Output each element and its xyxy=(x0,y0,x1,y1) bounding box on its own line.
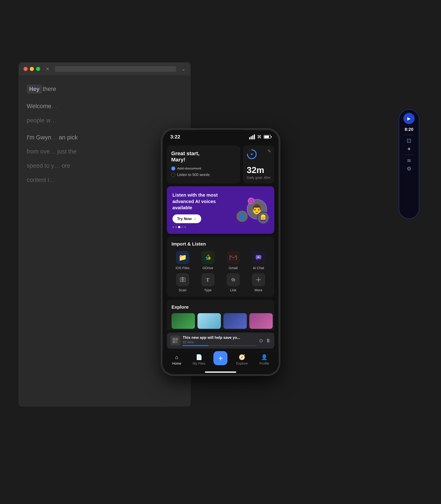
nav-explore[interactable]: 🧭 Explore xyxy=(234,354,250,366)
mini-qr-icon xyxy=(172,337,178,344)
banner-dot-1 xyxy=(173,226,174,228)
import-ios-files[interactable]: 📁 iOS Files xyxy=(172,251,194,270)
nav-home[interactable]: ⌂ Home xyxy=(169,354,185,366)
browser-dot-red[interactable] xyxy=(24,67,28,71)
import-type[interactable]: T Type xyxy=(197,273,219,292)
mini-player-controls: ⊙ ⏸ xyxy=(259,337,271,344)
banner-dots xyxy=(173,226,222,228)
import-listen-grid: 📁 iOS Files xyxy=(172,251,269,292)
phone-scroll-content[interactable]: Great start, Mary! Add document Listen t… xyxy=(162,142,279,330)
great-start-card: Great start, Mary! Add document Listen t… xyxy=(167,146,240,184)
mini-player[interactable]: This new app will help save yo... 22 min… xyxy=(167,333,274,349)
scan-label: Scan xyxy=(179,288,186,292)
gdrive-icon xyxy=(205,254,211,261)
import-gdrive[interactable]: GDrive xyxy=(197,251,219,270)
explore-thumb-4[interactable] xyxy=(249,313,273,329)
banner-try-now-button[interactable]: Try Now → xyxy=(173,214,201,223)
mini-player-duration: 22 mins xyxy=(183,340,257,344)
svg-point-3 xyxy=(251,154,252,155)
gmail-label: Gmail xyxy=(229,266,237,270)
type-label: Type xyxy=(204,288,212,292)
avatar-small1: 👤 xyxy=(236,210,248,222)
player-waveform-icon[interactable]: ≋ xyxy=(407,158,411,163)
link-icon xyxy=(230,276,237,283)
avatar-small2-face: 👱‍♀️ xyxy=(259,215,267,221)
import-scan[interactable]: Scan xyxy=(172,273,194,292)
ios-files-label: iOS Files xyxy=(176,266,189,270)
headphone-badge: 🎧 xyxy=(248,198,255,204)
home-indicator xyxy=(205,371,236,373)
mini-player-pause-icon[interactable]: ⏸ xyxy=(266,337,271,344)
nav-my-files[interactable]: 📄 My Files xyxy=(191,354,207,366)
timer-value: 32m xyxy=(247,165,270,175)
explore-title: Explore xyxy=(172,304,269,310)
home-icon: ⌂ xyxy=(175,354,178,360)
nav-add-button[interactable]: + xyxy=(213,351,227,365)
banner-dot-3-active xyxy=(178,226,180,228)
gmail-icon-box xyxy=(227,251,240,264)
import-gmail[interactable]: Gmail xyxy=(222,251,244,270)
banner-title: Listen with the most advanced AI voices … xyxy=(173,192,222,211)
more-label: More xyxy=(254,288,262,292)
scan-icon-box xyxy=(176,273,189,286)
scan-icon xyxy=(179,276,186,283)
phone-screen: 3:22 ⌘ xyxy=(161,129,280,376)
player-settings-icon[interactable]: ⚙ xyxy=(407,166,411,171)
my-files-label: My Files xyxy=(193,361,205,366)
browser-para4: from ove… just the xyxy=(27,147,183,156)
mini-player-progress xyxy=(183,345,257,346)
browser-dot-yellow[interactable] xyxy=(30,67,34,71)
import-more[interactable]: More xyxy=(247,273,269,292)
browser-addressbar[interactable] xyxy=(55,66,176,72)
player-add-icon[interactable]: ✦ xyxy=(407,146,411,152)
svg-point-10 xyxy=(182,279,183,280)
wifi-icon: ⌘ xyxy=(257,134,262,139)
browser-para6: content i… xyxy=(27,175,183,185)
mini-player-progress-fill xyxy=(183,345,209,346)
ai-chat-label: Ai Chat xyxy=(253,266,264,270)
browser-chevron-icon: ⌄ xyxy=(181,66,186,72)
explore-thumb-3[interactable] xyxy=(223,313,247,329)
explore-section: Explore xyxy=(167,300,274,330)
task-item-1[interactable]: Add document xyxy=(171,166,236,171)
explore-thumb-2[interactable] xyxy=(197,313,221,329)
browser-para2: people w… xyxy=(27,116,183,125)
mini-player-airplay-icon[interactable]: ⊙ xyxy=(259,338,263,343)
type-icon: T xyxy=(205,276,211,283)
banner-dot-4 xyxy=(182,226,183,228)
avatar-small1-face: 👤 xyxy=(238,213,246,219)
status-time: 3:22 xyxy=(170,134,180,140)
player-screenshot-icon[interactable]: ⊡ xyxy=(407,138,411,143)
svg-rect-21 xyxy=(173,341,174,343)
link-icon-box xyxy=(227,273,240,286)
profile-label: Profile xyxy=(259,361,269,366)
task-item-2[interactable]: Listen to 500 words xyxy=(171,172,236,177)
more-icon-box xyxy=(252,273,265,286)
more-icon xyxy=(255,276,262,283)
browser-hey-box: Hey xyxy=(27,84,42,94)
banner-dot-5 xyxy=(184,226,186,228)
bottom-navigation: ⌂ Home 📄 My Files + 🧭 Explore 👤 Profile xyxy=(162,351,279,371)
gdrive-icon-box xyxy=(201,251,215,264)
player-play-button[interactable]: ▶ xyxy=(403,113,415,124)
nav-profile[interactable]: 👤 Profile xyxy=(256,354,272,366)
import-ai-chat[interactable]: Ai Ai Chat xyxy=(247,251,269,270)
top-cards-row: Great start, Mary! Add document Listen t… xyxy=(167,146,274,184)
svg-rect-19 xyxy=(176,338,177,340)
my-files-icon: 📄 xyxy=(196,354,202,360)
avatar-small2: 👱‍♀️ xyxy=(257,212,269,224)
desktop-background: ✕ ⌄ Hey there Welcome… people w… I'm Gwy… xyxy=(0,0,441,504)
add-icon: + xyxy=(218,354,223,363)
battery-fill xyxy=(264,136,269,138)
signal-bar-3 xyxy=(252,135,253,139)
banner-text: Listen with the most advanced AI voices … xyxy=(173,192,222,228)
explore-thumb-1[interactable] xyxy=(172,313,195,329)
timer-edit-icon[interactable]: ✎ xyxy=(268,149,271,154)
svg-rect-24 xyxy=(176,342,176,342)
import-link[interactable]: Link xyxy=(222,273,244,292)
browser-dot-green[interactable] xyxy=(36,67,40,71)
import-listen-section: Import & Listen 📁 iOS Files xyxy=(167,237,274,297)
timer-card: ✎ 32m Daily goal: 40m xyxy=(243,146,274,184)
right-floating-player: ▶ 8:20 ⊡ ✦ ≋ ⚙ xyxy=(399,109,419,219)
greeting-title: Great start, Mary! xyxy=(171,150,236,163)
